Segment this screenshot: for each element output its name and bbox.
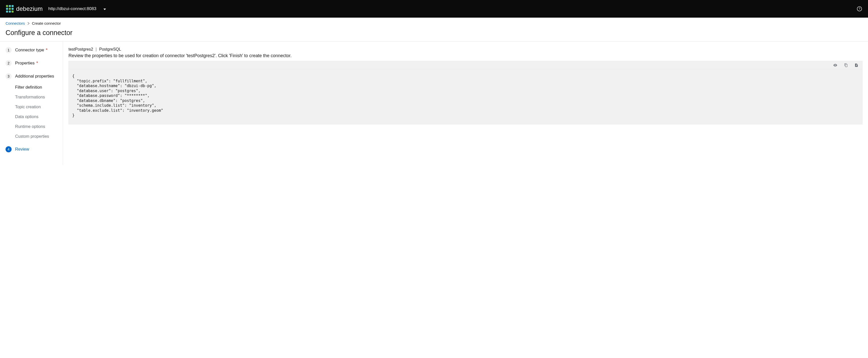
- wizard-step-additional-properties[interactable]: 3 Additional properties: [5, 73, 60, 79]
- substep-runtime-options[interactable]: Runtime options: [15, 122, 60, 131]
- help-button[interactable]: ?: [857, 6, 862, 11]
- svg-rect-1: [9, 5, 11, 7]
- substep-transformations[interactable]: Transformations: [15, 92, 60, 102]
- caret-down-icon: [103, 6, 106, 11]
- connector-meta: testPostgres2 | PostgreSQL: [68, 47, 863, 52]
- svg-text:?: ?: [859, 7, 861, 10]
- step-label: Properties *: [15, 61, 38, 66]
- svg-rect-7: [9, 10, 11, 12]
- download-button[interactable]: [854, 63, 859, 67]
- wizard-step-review[interactable]: 4 Review: [5, 146, 60, 152]
- download-icon: [855, 63, 859, 67]
- step-number-badge: 2: [5, 60, 11, 66]
- eye-icon: [833, 63, 838, 67]
- step-label: Additional properties: [15, 74, 54, 79]
- main-content: testPostgres2 | PostgreSQL Review the pr…: [63, 41, 868, 165]
- svg-rect-5: [11, 8, 13, 10]
- step-number-badge: 1: [5, 47, 11, 53]
- help-icon: ?: [857, 6, 862, 11]
- wizard-substeps: Filter definition Transformations Topic …: [15, 82, 60, 141]
- meta-separator: |: [96, 47, 97, 52]
- svg-rect-2: [11, 5, 13, 7]
- breadcrumb: Connectors Create connector: [5, 21, 863, 25]
- connector-name: testPostgres2: [68, 47, 93, 52]
- debezium-logo-icon: [6, 5, 13, 12]
- substep-custom-properties[interactable]: Custom properties: [15, 131, 60, 141]
- page-title: Configure a connector: [5, 29, 863, 37]
- step-number-badge: 4: [5, 146, 11, 152]
- wizard-sidebar: 1 Connector type * 2 Properties * 3 Addi…: [0, 41, 63, 165]
- breadcrumb-current: Create connector: [32, 21, 61, 25]
- svg-rect-0: [6, 5, 8, 7]
- svg-rect-6: [6, 10, 8, 12]
- substep-filter-definition[interactable]: Filter definition: [15, 82, 60, 92]
- wizard-step-connector-type[interactable]: 1 Connector type *: [5, 47, 60, 53]
- svg-rect-3: [6, 8, 8, 10]
- config-json: { "topic.prefix": "fullfillment", "datab…: [69, 69, 862, 124]
- wizard-step-properties[interactable]: 2 Properties *: [5, 60, 60, 66]
- cluster-selector[interactable]: http://dbzui-connect:8083: [48, 6, 106, 11]
- substep-topic-creation[interactable]: Topic creation: [15, 102, 60, 112]
- chevron-right-icon: [27, 21, 29, 25]
- brand: debezium: [6, 5, 43, 12]
- cluster-url: http://dbzui-connect:8083: [48, 6, 96, 11]
- svg-rect-8: [11, 10, 13, 12]
- copy-icon: [844, 63, 848, 67]
- substep-data-options[interactable]: Data options: [15, 112, 60, 122]
- step-label: Review: [15, 147, 29, 152]
- step-label: Connector type *: [15, 48, 48, 53]
- svg-rect-4: [9, 8, 11, 10]
- reveal-password-button[interactable]: [833, 63, 838, 67]
- config-code-card: { "topic.prefix": "fullfillment", "datab…: [68, 61, 863, 124]
- step-number-badge: 3: [5, 73, 11, 79]
- connector-type: PostgreSQL: [99, 47, 121, 52]
- brand-name: debezium: [16, 5, 43, 12]
- page-header: Connectors Create connector Configure a …: [0, 18, 868, 41]
- code-toolbar: [69, 61, 862, 69]
- copy-button[interactable]: [844, 63, 848, 67]
- review-instruction: Review the properties to be used for cre…: [68, 53, 863, 58]
- breadcrumb-root-link[interactable]: Connectors: [5, 21, 25, 25]
- app-header: debezium http://dbzui-connect:8083 ?: [0, 0, 868, 18]
